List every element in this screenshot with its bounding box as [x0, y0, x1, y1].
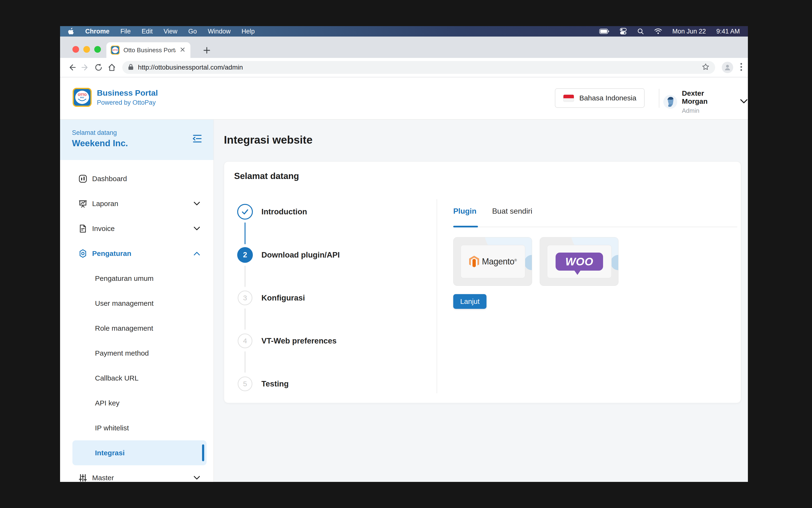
otto-favicon-icon: OTTO	[111, 46, 120, 55]
user-avatar	[664, 95, 677, 109]
sliders-icon	[78, 473, 87, 482]
indonesia-flag-icon	[563, 94, 574, 102]
window-zoom-button[interactable]	[94, 46, 101, 53]
ottopay-logo-icon: OTTO PAY	[73, 88, 92, 107]
sidebar-subitem-callback-url[interactable]: Callback URL	[60, 366, 213, 390]
back-button[interactable]	[65, 61, 79, 74]
step-2-label[interactable]: Download plugin/API	[261, 250, 340, 259]
sidebar-subitem-integrasi[interactable]: Integrasi	[73, 440, 207, 465]
sidebar-item-dashboard[interactable]: Dashboard	[60, 166, 213, 191]
reload-button[interactable]	[92, 61, 105, 74]
menu-window[interactable]: Window	[208, 28, 230, 35]
woocommerce-logo-icon: WOO	[556, 253, 603, 270]
step-2-circle[interactable]: 2	[237, 247, 253, 263]
browser-menu-kebab-icon[interactable]	[740, 62, 743, 73]
step-4-label[interactable]: VT-Web preferences	[261, 336, 337, 345]
sidebar-item-master[interactable]: Master	[60, 465, 213, 482]
step-3-label[interactable]: Konfigurasi	[261, 293, 305, 302]
sidebar-collapse-icon[interactable]	[191, 133, 203, 144]
menu-chrome[interactable]: Chrome	[85, 28, 110, 35]
chevron-down-icon	[194, 476, 200, 480]
lock-icon	[128, 64, 134, 71]
step-connector	[245, 222, 246, 244]
dashboard-icon	[78, 174, 87, 183]
sidebar-welcome: Selamat datang Weekend Inc.	[60, 120, 213, 160]
forward-button[interactable]	[79, 61, 92, 74]
settings-hexagon-icon	[78, 249, 87, 258]
window-minimize-button[interactable]	[83, 46, 90, 53]
browser-toolbar: http://ottobusinessportal.com/admin	[60, 58, 748, 77]
step-connector	[245, 308, 246, 330]
tab-buat-sendiri[interactable]: Buat sendiri	[492, 207, 532, 216]
step-1-circle[interactable]	[237, 204, 253, 220]
menu-help[interactable]: Help	[242, 28, 255, 35]
sidebar-item-laporan[interactable]: Laporan	[60, 191, 213, 216]
macos-menu-bar: Chrome File Edit View Go Window Help Mon…	[60, 26, 748, 37]
menu-go[interactable]: Go	[188, 28, 197, 35]
tabs-baseline	[453, 227, 737, 227]
user-menu[interactable]: Dexter Morgan Admin	[664, 89, 748, 115]
user-role: Admin	[682, 107, 731, 115]
chevron-up-icon	[194, 251, 200, 256]
tab-close-icon[interactable]	[179, 46, 186, 54]
active-tab-underline	[453, 226, 478, 227]
menu-bar-date[interactable]: Mon Jun 22	[672, 28, 706, 35]
site-header: OTTO PAY Business Portal Powered by Otto…	[60, 77, 748, 120]
continue-button[interactable]: Lanjut	[453, 294, 486, 309]
step-connector	[245, 266, 246, 287]
sidebar: Selamat datang Weekend Inc. Dashboard	[60, 120, 214, 482]
page-title: Integrasi website	[224, 133, 312, 146]
sidebar-subitem-role-management[interactable]: Role management	[60, 316, 213, 341]
step-connector	[245, 351, 246, 373]
main-content: Integrasi website Selamat datang Introdu…	[214, 120, 748, 482]
magento-logo-icon	[469, 256, 479, 267]
window-close-button[interactable]	[73, 46, 79, 53]
language-selector-button[interactable]: Bahasa Indonesia	[555, 88, 645, 108]
battery-icon[interactable]	[599, 29, 609, 34]
spotlight-search-icon[interactable]	[637, 28, 644, 35]
control-center-icon[interactable]	[620, 28, 627, 35]
home-button[interactable]	[105, 61, 119, 74]
user-chevron-down-icon	[740, 99, 748, 105]
invoice-document-icon	[78, 224, 87, 233]
integration-card: Selamat datang Introduction 2 Download p…	[224, 161, 741, 403]
sidebar-subitem-user-management[interactable]: User management	[60, 291, 213, 316]
apple-logo-icon[interactable]	[68, 28, 74, 35]
menu-view[interactable]: View	[164, 28, 177, 35]
sidebar-subitem-ip-whitelist[interactable]: IP whitelist	[60, 415, 213, 440]
menu-file[interactable]: File	[120, 28, 131, 35]
menu-edit[interactable]: Edit	[142, 28, 153, 35]
step-4-circle[interactable]: 4	[238, 334, 252, 348]
new-tab-button[interactable]	[203, 46, 211, 55]
menu-bar-time[interactable]: 9:41 AM	[716, 28, 740, 35]
browser-tab[interactable]: OTTO Otto Business Portal	[106, 42, 190, 58]
step-5-circle[interactable]: 5	[238, 377, 252, 391]
screen: Chrome File Edit View Go Window Help Mon…	[60, 26, 748, 482]
sidebar-subitem-pengaturan-umum[interactable]: Pengaturan umum	[60, 266, 213, 291]
brand: OTTO PAY Business Portal Powered by Otto…	[73, 88, 158, 107]
address-bar[interactable]: http://ottobusinessportal.com/admin	[122, 61, 715, 74]
bookmark-star-icon[interactable]	[702, 63, 710, 72]
web-page: OTTO PAY Business Portal Powered by Otto…	[60, 77, 748, 482]
url-text: http://ottobusinessportal.com/admin	[138, 64, 697, 71]
header-divider	[659, 89, 659, 108]
step-3-circle[interactable]: 3	[238, 291, 252, 305]
chevron-down-icon	[194, 226, 200, 231]
plugin-card-woocommerce[interactable]: WOO	[540, 237, 618, 286]
step-5-label[interactable]: Testing	[261, 379, 289, 388]
chevron-down-icon	[194, 202, 200, 206]
sidebar-subitem-payment-method[interactable]: Payment method	[60, 341, 213, 366]
browser-profile-icon[interactable]	[722, 62, 733, 73]
card-vertical-divider	[437, 199, 437, 393]
tab-title: Otto Business Portal	[123, 46, 176, 54]
browser-tab-strip: OTTO Otto Business Portal	[60, 37, 748, 58]
sidebar-item-pengaturan[interactable]: Pengaturan	[60, 241, 213, 266]
brand-name: Business Portal	[97, 88, 158, 97]
tab-plugin[interactable]: Plugin	[453, 207, 476, 216]
sidebar-item-invoice[interactable]: Invoice	[60, 216, 213, 241]
check-icon	[240, 207, 250, 216]
plugin-card-magento[interactable]: Magento®	[453, 237, 532, 286]
wifi-icon[interactable]	[654, 28, 662, 34]
sidebar-subitem-api-key[interactable]: API key	[60, 390, 213, 415]
step-1-label[interactable]: Introduction	[261, 207, 307, 216]
